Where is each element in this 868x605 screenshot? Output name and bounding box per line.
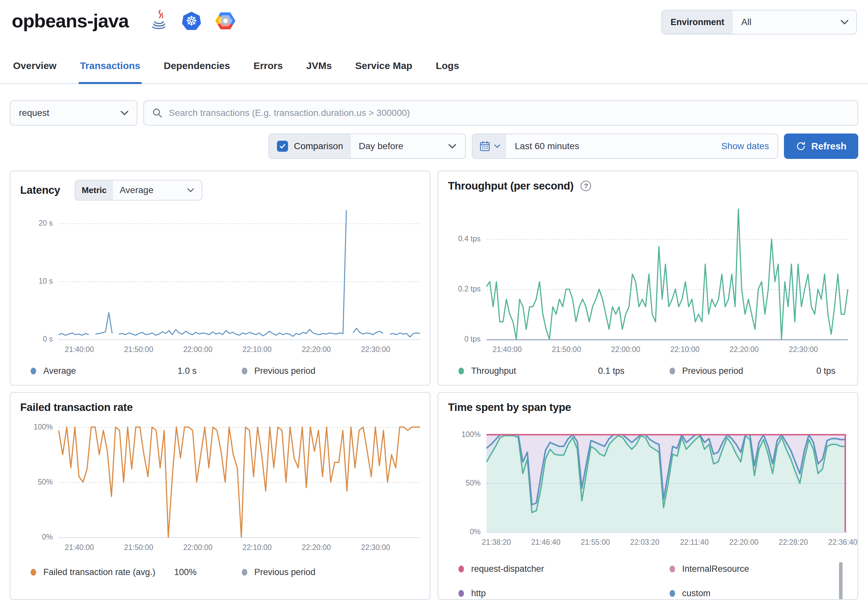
search-transactions-bar	[143, 100, 858, 126]
legend-dot	[459, 590, 464, 597]
tab-service-map[interactable]: Service Map	[354, 59, 414, 84]
time-range-value: Last 60 minutes	[515, 141, 721, 152]
x-axis-label: 22:11:40	[680, 538, 709, 547]
comparison-group: Comparison Day before	[268, 133, 466, 159]
legend-value: 0 tps	[816, 366, 845, 376]
legend-dot	[670, 590, 675, 597]
latency-average-line	[96, 313, 112, 334]
kubernetes-icon: ☸	[182, 12, 201, 30]
tab-jvms[interactable]: JVMs	[305, 59, 333, 84]
chart-canvas	[487, 209, 848, 339]
time-range-field[interactable]: Last 60 minutes Show dates	[506, 134, 777, 158]
transaction-type-value: request	[19, 108, 119, 118]
gcp-icon	[215, 12, 236, 29]
x-axis-label: 22:20:00	[729, 538, 758, 547]
span-type-panel: Time spent by span type 0%50%100%21:38:2…	[437, 392, 858, 600]
chevron-down-icon	[119, 108, 130, 118]
x-axis-label: 21:50:00	[552, 345, 581, 354]
tab-transactions[interactable]: Transactions	[79, 59, 141, 84]
latency-average-line	[59, 333, 88, 335]
x-axis-label: 22:03:20	[630, 538, 659, 547]
legend-value: 0.1 tps	[598, 366, 633, 376]
failed-rate-legend: Failed transaction rate (avg.) 100% Prev…	[20, 567, 420, 577]
legend-label: InternalResource	[682, 564, 749, 574]
y-axis-label: 100%	[34, 422, 53, 432]
y-axis-label: 0 s	[43, 335, 53, 344]
show-dates-link[interactable]: Show dates	[721, 141, 769, 152]
legend-dot	[242, 569, 247, 576]
x-axis-label: 21:40:00	[65, 345, 94, 354]
x-axis-label: 21:40:00	[493, 345, 522, 354]
tab-logs[interactable]: Logs	[434, 59, 460, 84]
date-quick-select-button[interactable]	[473, 134, 506, 158]
failed-rate-panel: Failed transaction rate 0%50%100%21:40:0…	[10, 392, 431, 600]
y-axis-label: 0.4 tps	[458, 234, 480, 243]
throughput-legend: Throughput 0.1 tps Previous period 0 tps	[448, 366, 848, 376]
failed-rate-line	[59, 427, 420, 537]
legend-label: Previous period	[682, 366, 744, 376]
y-axis-label: 10 s	[39, 277, 53, 286]
legend-item[interactable]: Failed transaction rate (avg.) 100%	[31, 567, 206, 577]
latency-chart: 0 s10 s20 s21:40:0021:50:0022:00:0022:10…	[20, 209, 420, 356]
legend-label: custom	[682, 588, 711, 599]
legend-label: Previous period	[254, 567, 316, 577]
x-axis-label: 22:20:00	[302, 543, 331, 552]
throughput-title: Throughput (per second)	[448, 180, 574, 192]
x-axis-label: 21:50:00	[124, 345, 153, 354]
chart-canvas	[487, 432, 848, 532]
span-type-title: Time spent by span type	[448, 401, 571, 413]
page-header: opbeans-java ☸ Environment All	[0, 0, 868, 34]
legend-item[interactable]: Throughput 0.1 tps	[459, 366, 634, 376]
tab-dependencies[interactable]: Dependencies	[163, 59, 231, 84]
x-axis-label: 21:55:00	[581, 538, 610, 547]
help-icon[interactable]: ?	[581, 181, 591, 191]
legend-value: 100%	[174, 567, 206, 577]
legend-item[interactable]: Previous period 0 tps	[670, 366, 845, 376]
x-axis-label: 22:20:00	[302, 345, 331, 354]
legend-item[interactable]: request-dispatcher	[459, 564, 634, 574]
legend-dot	[670, 368, 675, 374]
calendar-icon	[479, 140, 491, 152]
legend-item[interactable]: Previous period	[242, 366, 417, 376]
legend-item[interactable]: Previous period	[242, 567, 417, 577]
metric-value: Average	[119, 185, 153, 195]
refresh-button[interactable]: Refresh	[784, 133, 858, 159]
chevron-down-icon	[493, 142, 501, 150]
y-axis-label: 0 tps	[464, 335, 480, 344]
x-axis-label: 21:40:00	[65, 543, 94, 552]
tech-icons: ☸	[150, 9, 236, 32]
throughput-line	[487, 209, 848, 339]
service-tabs: Overview Transactions Dependencies Error…	[0, 59, 868, 84]
legend-dot	[459, 368, 464, 374]
refresh-label: Refresh	[811, 141, 846, 152]
comparison-value: Day before	[359, 141, 447, 152]
search-input[interactable]	[169, 108, 850, 118]
legend-dot	[459, 566, 464, 573]
y-axis-label: 50%	[38, 478, 53, 486]
legend-item[interactable]: custom	[670, 588, 845, 599]
environment-select[interactable]: Environment All	[662, 10, 857, 34]
legend-dot	[670, 566, 675, 573]
tab-overview[interactable]: Overview	[12, 59, 58, 84]
y-axis-label: 0%	[470, 528, 480, 536]
legend-item[interactable]: http	[459, 588, 634, 599]
span-type-legend: request-dispatcher InternalResource http…	[448, 564, 848, 599]
legend-item[interactable]: InternalResource	[670, 564, 845, 574]
comparison-select[interactable]: Day before	[351, 134, 465, 158]
chevron-down-icon	[839, 17, 850, 27]
comparison-checkbox[interactable]	[277, 141, 288, 152]
x-axis-label: 22:10:00	[242, 345, 272, 354]
environment-label: Environment	[662, 11, 733, 34]
x-axis-label: 21:38:20	[482, 538, 511, 547]
failed-rate-title: Failed transaction rate	[20, 401, 133, 413]
x-axis-label: 22:00:00	[183, 345, 212, 354]
transaction-type-select[interactable]: request	[10, 100, 138, 126]
x-axis-label: 22:30:00	[789, 345, 818, 354]
chevron-down-icon	[186, 186, 195, 195]
tab-errors[interactable]: Errors	[252, 59, 284, 84]
latency-metric-select[interactable]: Metric Average	[74, 180, 202, 201]
legend-scrollbar[interactable]	[839, 562, 843, 600]
x-axis-label: 22:30:00	[361, 543, 391, 552]
legend-item[interactable]: Average 1.0 s	[31, 366, 206, 376]
y-axis-label: 50%	[466, 479, 480, 487]
